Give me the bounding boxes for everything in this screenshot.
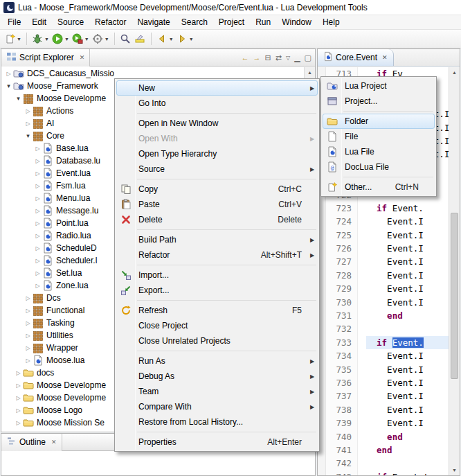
- code-line-727[interactable]: 727 Event.I: [318, 255, 449, 268]
- menu-item-refresh[interactable]: RefreshF5: [116, 303, 318, 318]
- code-line-743[interactable]: 743 if Event.ta: [318, 470, 449, 475]
- code-line-738[interactable]: 738 Event.I: [318, 403, 449, 416]
- menubar-edit[interactable]: Edit: [26, 16, 52, 28]
- expand-arrow-icon[interactable]: ▷: [33, 270, 42, 276]
- open-element-button[interactable]: [118, 31, 133, 46]
- expand-arrow-icon[interactable]: ▷: [33, 245, 42, 252]
- expand-arrow-icon[interactable]: ▷: [33, 146, 42, 152]
- scroll-up-icon[interactable]: ▲: [449, 67, 460, 78]
- link-with-editor-icon[interactable]: ⇄: [275, 53, 282, 62]
- back-icon[interactable]: ←: [242, 53, 249, 62]
- dropdown-caret-icon[interactable]: ▼: [169, 37, 174, 42]
- menubar-file[interactable]: File: [2, 16, 26, 28]
- menu-item-export[interactable]: Export...: [116, 283, 318, 298]
- close-icon[interactable]: ✕: [382, 54, 388, 61]
- collapse-arrow-icon[interactable]: ▾: [4, 82, 13, 89]
- menu-item-go-into[interactable]: Go Into: [116, 96, 318, 111]
- expand-arrow-icon[interactable]: ▷: [33, 170, 42, 177]
- scrollbar-thumb[interactable]: [451, 213, 458, 379]
- menu-item-compare-with[interactable]: Compare With▶: [116, 399, 318, 414]
- expand-arrow-icon[interactable]: ▷: [33, 258, 42, 264]
- external-tools-button[interactable]: ▼: [71, 31, 91, 46]
- menu-item-file[interactable]: File: [323, 129, 435, 144]
- debug-button[interactable]: ▼: [30, 31, 51, 46]
- profile-button[interactable]: ▼: [91, 31, 111, 46]
- expand-arrow-icon[interactable]: ▷: [33, 233, 42, 239]
- expand-arrow-icon[interactable]: ▷: [33, 208, 42, 214]
- menu-item-open-type-hierarchy[interactable]: Open Type Hierarchy: [116, 146, 318, 161]
- expand-arrow-icon[interactable]: ▷: [33, 283, 42, 289]
- menu-item-folder[interactable]: Folder: [323, 114, 435, 129]
- menu-item-build-path[interactable]: Build Path▶: [116, 232, 318, 247]
- back-nav-button[interactable]: ▼: [155, 31, 175, 46]
- menu-item-paste[interactable]: PasteCtrl+V: [116, 197, 318, 212]
- editor-scrollbar[interactable]: ▲ ▼: [449, 67, 460, 475]
- menu-item-new[interactable]: New▶: [116, 80, 318, 96]
- menu-item-close-unrelated-projects[interactable]: Close Unrelated Projects: [116, 333, 318, 349]
- menubar-refactor[interactable]: Refactor: [89, 16, 132, 28]
- close-icon[interactable]: ✕: [51, 439, 57, 446]
- menu-item-close-project[interactable]: Close Project: [116, 318, 318, 333]
- code-line-741[interactable]: 741 end: [318, 443, 449, 457]
- dropdown-caret-icon[interactable]: ▼: [84, 37, 89, 42]
- expand-arrow-icon[interactable]: ▷: [24, 308, 33, 314]
- code-line-734[interactable]: 734 Event.I: [318, 349, 449, 362]
- expand-arrow-icon[interactable]: ▷: [24, 345, 33, 351]
- view-menu-icon[interactable]: ▽: [286, 55, 290, 61]
- run-button[interactable]: ▼: [51, 31, 71, 46]
- menu-item-import[interactable]: Import...: [116, 267, 318, 283]
- dropdown-caret-icon[interactable]: ▼: [105, 37, 109, 42]
- menubar-run[interactable]: Run: [250, 16, 276, 28]
- code-line-737[interactable]: 737 Event.I: [318, 389, 449, 403]
- tab-script-explorer[interactable]: Script Explorer ✕: [1, 49, 90, 67]
- forward-icon[interactable]: →: [253, 53, 261, 62]
- expand-arrow-icon[interactable]: ▷: [14, 382, 23, 389]
- expand-arrow-icon[interactable]: ▷: [24, 358, 33, 364]
- code-line-740[interactable]: 740 end: [318, 430, 449, 443]
- expand-arrow-icon[interactable]: ▷: [33, 195, 42, 202]
- expand-arrow-icon[interactable]: ▷: [33, 158, 42, 164]
- menu-item-source[interactable]: Source▶: [116, 161, 318, 177]
- menu-item-other[interactable]: Other...Ctrl+N: [323, 179, 435, 195]
- code-line-732[interactable]: 732: [318, 322, 449, 335]
- maximize-icon[interactable]: ▢: [305, 53, 311, 62]
- close-icon[interactable]: ✕: [80, 54, 85, 61]
- code-line-725[interactable]: 725 Event.I: [318, 229, 449, 242]
- dropdown-caret-icon[interactable]: ▼: [189, 37, 194, 42]
- menubar-navigate[interactable]: Navigate: [132, 16, 175, 28]
- menubar-search[interactable]: Search: [176, 16, 213, 28]
- menu-item-lua-project[interactable]: Lua Project: [323, 78, 435, 94]
- expand-arrow-icon[interactable]: ▷: [24, 121, 33, 127]
- expand-arrow-icon[interactable]: ▷: [4, 71, 13, 77]
- expand-arrow-icon[interactable]: ▷: [33, 220, 42, 227]
- menu-item-refactor[interactable]: RefactorAlt+Shift+T▶: [116, 247, 318, 263]
- menu-item-restore-from-local-history[interactable]: Restore from Local History...: [116, 414, 318, 430]
- expand-arrow-icon[interactable]: ▷: [14, 407, 23, 414]
- menubar-source[interactable]: Source: [52, 16, 89, 28]
- menu-item-team[interactable]: Team▶: [116, 384, 318, 399]
- menu-item-copy[interactable]: CopyCtrl+C: [116, 182, 318, 197]
- menu-item-debug-as[interactable]: Debug As▶: [116, 369, 318, 384]
- menu-item-properties[interactable]: PropertiesAlt+Enter: [116, 434, 318, 450]
- menu-item-delete[interactable]: DeleteDelete: [116, 212, 318, 227]
- new-wizard-button[interactable]: ▼: [3, 31, 23, 46]
- code-line-728[interactable]: 728 Event.I: [318, 269, 449, 282]
- code-line-739[interactable]: 739 Event.I: [318, 416, 449, 430]
- dropdown-caret-icon[interactable]: ▼: [64, 37, 69, 42]
- code-line-733[interactable]: 733 if Event.: [318, 336, 449, 349]
- dropdown-caret-icon[interactable]: ▼: [44, 37, 49, 42]
- expand-arrow-icon[interactable]: ▷: [24, 333, 33, 339]
- menu-item-run-as[interactable]: Run As▶: [116, 353, 318, 369]
- code-line-735[interactable]: 735 Event.I: [318, 363, 449, 376]
- collapse-arrow-icon[interactable]: ▾: [14, 95, 23, 102]
- expand-arrow-icon[interactable]: ▷: [33, 183, 42, 189]
- dropdown-caret-icon[interactable]: ▼: [17, 37, 21, 42]
- forward-nav-button[interactable]: ▼: [175, 31, 195, 46]
- code-line-723[interactable]: 723 if Event.: [318, 202, 449, 215]
- code-line-731[interactable]: 731 end: [318, 309, 449, 322]
- tab-outline[interactable]: Outline ✕: [1, 434, 62, 451]
- code-line-724[interactable]: 724 Event.I: [318, 215, 449, 228]
- code-line-729[interactable]: 729 Event.I: [318, 282, 449, 295]
- expand-arrow-icon[interactable]: ▷: [24, 320, 33, 326]
- minimize-icon[interactable]: ▁: [294, 53, 300, 62]
